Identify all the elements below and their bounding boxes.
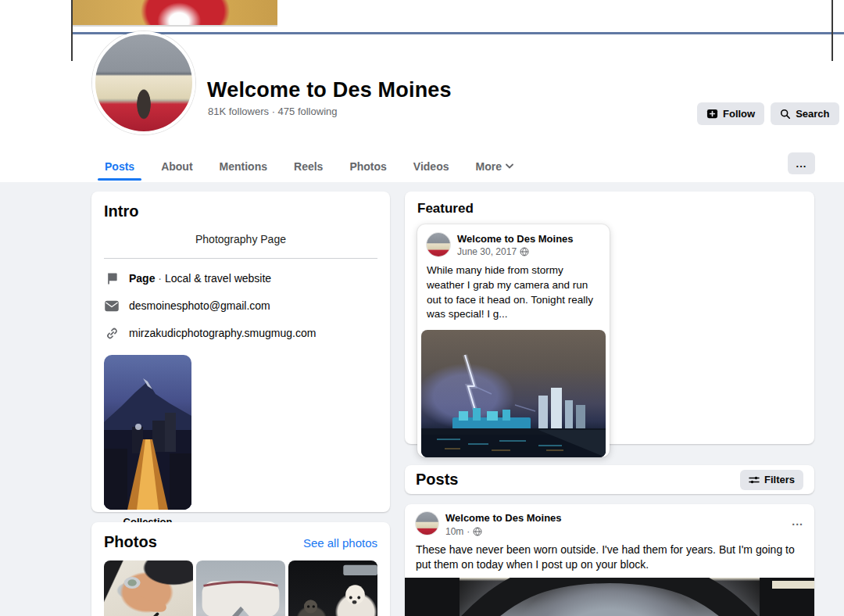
intro-website[interactable]: mirzakudicphotography.smugmug.com — [129, 327, 316, 339]
featured-post-date: June 30, 2017 — [457, 246, 517, 257]
page-flag-icon — [104, 270, 120, 286]
intro-category-text: Page · Local & travel website — [129, 272, 271, 285]
tab-photos[interactable]: Photos — [336, 150, 399, 182]
photos-title: Photos — [104, 533, 157, 551]
intro-email[interactable]: desmoinesphoto@gmail.com — [129, 299, 270, 312]
post-options-button[interactable]: ... — [792, 515, 803, 528]
cover-photo-fragment — [73, 0, 277, 27]
featured-post-author[interactable]: Welcome to Des Moines — [457, 233, 574, 245]
tab-reels[interactable]: Reels — [281, 150, 336, 182]
post-time[interactable]: 10m — [445, 526, 463, 537]
collection-block[interactable]: Collection — [104, 355, 191, 528]
page-title: Welcome to Des Moines — [207, 78, 452, 102]
featured-title: Featured — [417, 201, 802, 217]
photo-thumb-building[interactable] — [196, 560, 285, 616]
category-dot: · — [158, 272, 162, 285]
category-value: Local & travel website — [165, 272, 271, 285]
filters-button[interactable]: Filters — [740, 470, 803, 490]
posts-section-title: Posts — [416, 471, 458, 489]
follow-button[interactable]: Follow — [697, 102, 764, 125]
intro-tagline: Photography Page — [104, 233, 377, 245]
page-tabs: Posts About Mentions Reels Photos Videos… — [91, 150, 527, 182]
chevron-down-icon — [506, 163, 513, 169]
building-thumb-art — [196, 560, 285, 616]
follow-button-label: Follow — [723, 108, 755, 120]
lightning-photo-art — [421, 330, 606, 457]
link-icon — [104, 325, 120, 341]
follower-stats[interactable]: 81K followers · 475 following — [208, 106, 337, 117]
featured-post-text: While many hide from stormy weather I gr… — [417, 257, 610, 330]
dogs-thumb-art — [288, 560, 377, 616]
car-interior-art — [405, 578, 814, 616]
photo-thumb-shoes[interactable] — [104, 560, 193, 616]
page-profile-picture[interactable] — [92, 31, 195, 134]
page-header: Welcome to Des Moines 81K followers · 47… — [0, 0, 844, 182]
tab-about[interactable]: About — [148, 150, 206, 182]
tab-posts[interactable]: Posts — [91, 150, 148, 182]
filters-icon — [749, 475, 760, 485]
globe-icon — [520, 247, 529, 256]
featured-card: Featured Welcome to Des Moines June 30, … — [405, 192, 814, 444]
featured-post-avatar[interactable] — [427, 233, 450, 256]
see-all-photos-link[interactable]: See all photos — [303, 536, 377, 550]
divider — [104, 258, 377, 259]
tabs-overflow-button[interactable]: ... — [788, 152, 815, 174]
featured-post[interactable]: Welcome to Des Moines June 30, 2017 Whil… — [417, 224, 610, 457]
tab-more[interactable]: More — [462, 150, 526, 182]
category-label: Page — [129, 272, 155, 285]
search-icon — [780, 109, 791, 120]
meta-dot: · — [467, 526, 470, 537]
tab-mentions[interactable]: Mentions — [206, 150, 281, 182]
photos-card: Photos See all photos — [91, 522, 390, 616]
collection-photo-art — [104, 355, 191, 510]
photo-grid — [104, 560, 377, 616]
shoe-thumb-art — [104, 560, 193, 616]
intro-title: Intro — [104, 202, 377, 220]
search-button[interactable]: Search — [771, 102, 839, 125]
intro-website-row[interactable]: mirzakudicphotography.smugmug.com — [104, 325, 377, 341]
frame-left-line — [71, 0, 73, 61]
frame-blue-line — [71, 32, 844, 34]
posts-section-bar: Posts Filters — [405, 465, 814, 494]
header-actions: Follow Search — [697, 102, 839, 125]
envelope-icon — [104, 298, 120, 313]
frame-right-line — [831, 0, 833, 61]
photo-thumb-dogs[interactable] — [288, 560, 377, 616]
intro-email-row[interactable]: desmoinesphoto@gmail.com — [104, 298, 377, 313]
post-card: Welcome to Des Moines 10m · ... These ha… — [405, 504, 814, 616]
tab-videos[interactable]: Videos — [400, 150, 463, 182]
featured-post-photo[interactable] — [421, 330, 606, 457]
post-photo[interactable] — [405, 578, 814, 616]
post-avatar[interactable] — [416, 512, 438, 535]
post-text: These have never been worn outside. I've… — [405, 537, 814, 572]
globe-icon — [473, 527, 482, 536]
tab-more-label: More — [475, 160, 501, 173]
intro-category-row: Page · Local & travel website — [104, 270, 377, 286]
follow-plus-icon — [706, 108, 718, 120]
filters-button-label: Filters — [764, 474, 795, 485]
search-button-label: Search — [796, 108, 829, 120]
intro-card: Intro Photography Page Page · Local & tr… — [91, 192, 390, 512]
collection-photo[interactable] — [104, 355, 191, 510]
post-author[interactable]: Welcome to Des Moines — [445, 512, 562, 525]
facebook-page-screen: Welcome to Des Moines 81K followers · 47… — [0, 0, 844, 616]
